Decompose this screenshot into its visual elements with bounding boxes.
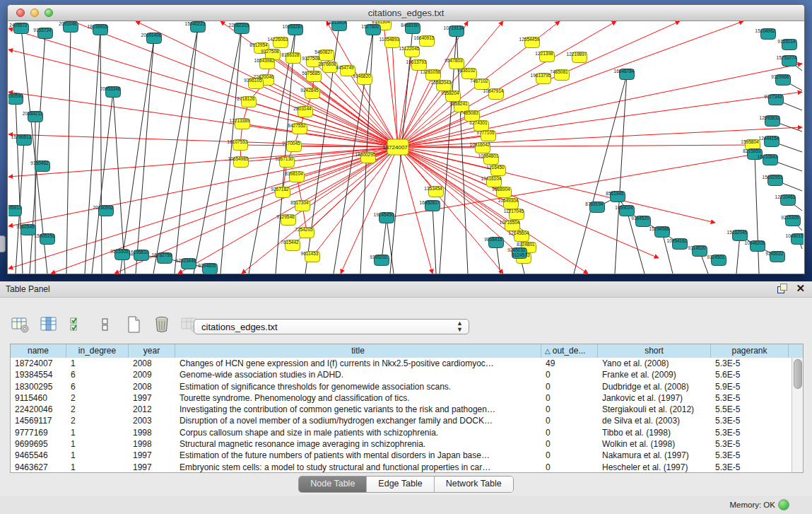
network-edge[interactable]	[120, 38, 154, 274]
column-header-title[interactable]: title	[175, 344, 541, 358]
node-label: 9558241	[449, 101, 468, 106]
node-label: 2405572	[9, 23, 28, 28]
tab-network-table[interactable]: Network Table	[435, 477, 513, 492]
panel-collapse-handle[interactable]	[0, 235, 6, 252]
table-cell: 5.9E-5	[711, 381, 789, 392]
network-edge[interactable]	[382, 218, 387, 260]
node-label: 1527602	[361, 24, 379, 29]
table-cell: Structural magnetic resonance image aver…	[175, 438, 541, 450]
table-cell: Franke et al. (2009)	[598, 369, 711, 380]
node-label: 9127508	[261, 49, 279, 54]
column-header-pagerank[interactable]: pagerank	[711, 344, 789, 358]
delete-icon[interactable]	[151, 314, 172, 335]
network-edge[interactable]	[398, 145, 753, 147]
node-label: 1216450	[486, 165, 505, 170]
node-label: 15692951	[763, 175, 783, 180]
close-panel-icon[interactable]: ✕	[796, 284, 805, 293]
table-selector-dropdown[interactable]: citations_edges.txt ▲▼	[194, 319, 469, 334]
network-edge[interactable]	[755, 154, 759, 274]
table-cell: Nakamura et al. (1997)	[598, 450, 711, 461]
node-label: 9611453	[301, 251, 319, 256]
table-row[interactable]: 1830029562008Estimation of significance …	[11, 381, 792, 392]
table-cell: 22420046	[11, 404, 66, 415]
table-row[interactable]: 1938455462009Genome-wide association stu…	[11, 369, 792, 380]
network-edge[interactable]	[100, 30, 102, 274]
network-edge[interactable]	[85, 30, 100, 274]
column-header-short[interactable]: short	[598, 344, 711, 358]
table-row[interactable]: 946554611997Estimation of the future num…	[11, 450, 792, 461]
rows-icon[interactable]	[95, 314, 116, 335]
node-label: 16107553	[228, 139, 248, 144]
column-header-name[interactable]: name	[11, 344, 66, 358]
table-cell: 9465546	[11, 450, 66, 461]
window-titlebar[interactable]: citations_edges.txt	[8, 5, 804, 21]
table-cell: 5.3E-5	[711, 438, 789, 450]
row-check-icon[interactable]	[66, 314, 88, 335]
network-edge[interactable]	[392, 42, 398, 147]
network-canvas[interactable]: 1872400718300295891295414226063912750816…	[8, 21, 804, 274]
node-label: 8186328	[281, 52, 300, 57]
column-header-in-degree[interactable]: in_degree	[66, 344, 129, 358]
node-label: 7485081	[550, 69, 568, 74]
table-cell: Disruption of a novel member of a sodium…	[175, 415, 541, 426]
node-label: 18724007	[382, 144, 408, 151]
node-label: 8427552	[288, 123, 306, 128]
table-panel-titlebar[interactable]: Table Panel ✕	[0, 281, 812, 298]
table-cell: 1998	[129, 438, 175, 450]
node-label: 9777105	[476, 130, 495, 135]
network-edge[interactable]	[16, 99, 23, 274]
network-edge[interactable]	[136, 38, 154, 274]
node-label: 1659024	[615, 205, 633, 210]
network-edge[interactable]	[194, 28, 242, 274]
network-edge[interactable]	[153, 27, 198, 274]
network-edge[interactable]	[220, 28, 242, 274]
table-cell: 2	[66, 415, 129, 426]
node-label: 12210463	[775, 194, 796, 199]
node-label: 9129546	[276, 214, 295, 219]
network-edge[interactable]	[433, 206, 436, 274]
table-cell: 5.3E-5	[711, 462, 789, 472]
node-label: 12444154	[759, 136, 779, 141]
network-edge[interactable]	[736, 235, 740, 274]
node-label: 15905153	[35, 233, 55, 238]
sort-ascending-icon: △	[545, 345, 551, 358]
table-row[interactable]: 1456911722003Disruption of a novel membe…	[11, 415, 792, 426]
column-select-icon[interactable]	[38, 314, 59, 335]
column-header-out-degree[interactable]: △out_de...	[541, 344, 598, 358]
node-label: 9558204	[441, 90, 459, 95]
table-row[interactable]: 911546021997Tourette syndrome. Phenomeno…	[11, 392, 792, 404]
network-edge[interactable]	[72, 21, 398, 147]
tab-node-table[interactable]: Node Table	[299, 477, 367, 492]
network-edge[interactable]	[574, 74, 627, 274]
table-settings-icon[interactable]	[10, 314, 31, 335]
table-row[interactable]: 946362711997Embryonic stem cells: a mode…	[11, 462, 792, 472]
network-edge[interactable]	[8, 92, 398, 147]
table-cell: 6	[66, 369, 129, 380]
table-scrollbar[interactable]	[792, 358, 803, 472]
node-label: 18300295	[355, 152, 376, 157]
network-edge[interactable]	[175, 27, 198, 274]
network-edge[interactable]	[8, 147, 398, 226]
scrollbar-thumb[interactable]	[794, 359, 802, 389]
table-row[interactable]: 2242004622012Investigating the contribut…	[11, 404, 792, 415]
float-panel-icon[interactable]	[777, 284, 787, 293]
node-label: 7485083	[460, 110, 478, 115]
network-edge[interactable]	[92, 92, 113, 274]
network-edge[interactable]	[113, 92, 125, 274]
table-row[interactable]: 969969511998Structural magnetic resonanc…	[11, 438, 792, 450]
table-tabs-bar: Node Table Edge Table Network Table	[0, 476, 812, 493]
new-file-icon[interactable]	[123, 314, 144, 335]
node-label: 12145604	[509, 230, 529, 235]
node-label: 20691406	[141, 33, 162, 37]
node-label: 9394805	[198, 263, 216, 268]
network-edge[interactable]	[8, 147, 398, 177]
column-header-year[interactable]: year	[129, 344, 175, 358]
node-label: 10954162	[667, 238, 688, 243]
table-row[interactable]: 977716911998Corpus callosum shape and si…	[11, 427, 792, 438]
table-cell: 2008	[129, 358, 175, 369]
table-cell: Investigating the contribution of common…	[175, 404, 541, 415]
table-row[interactable]: 1872400712008Changes of HCN gene express…	[11, 358, 792, 369]
node-label: 2803144	[293, 106, 312, 111]
tab-edge-table[interactable]: Edge Table	[367, 477, 434, 492]
node-label: 8466160	[401, 23, 419, 28]
